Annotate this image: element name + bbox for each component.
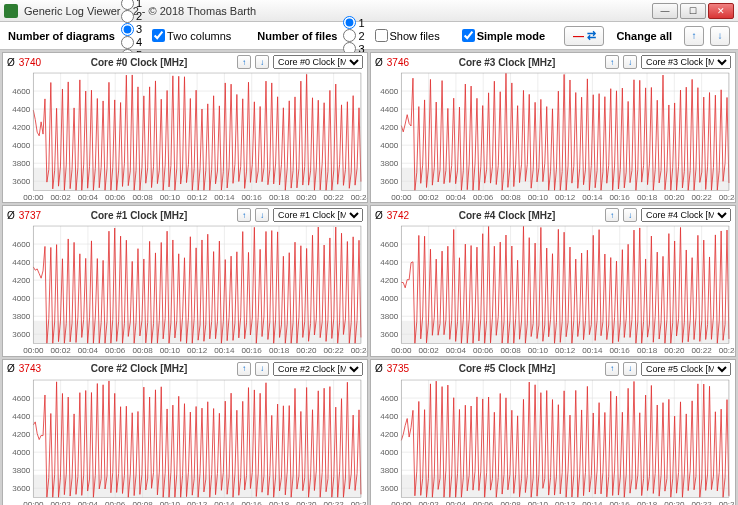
svg-text:3600: 3600 — [12, 484, 30, 493]
svg-text:00:10: 00:10 — [528, 347, 549, 356]
diagrams-radio-1[interactable]: 1 — [121, 0, 142, 10]
svg-text:00:22: 00:22 — [324, 500, 345, 505]
change-all-label: Change all — [616, 30, 672, 42]
chart-series-selector[interactable]: Core #1 Clock [MHz] — [273, 208, 363, 222]
svg-text:00:08: 00:08 — [132, 500, 153, 505]
svg-text:00:14: 00:14 — [582, 500, 603, 505]
app-icon — [4, 4, 18, 18]
svg-text:4200: 4200 — [380, 430, 398, 439]
chart-up-button[interactable]: ↑ — [237, 362, 251, 376]
chart-up-button[interactable]: ↑ — [605, 208, 619, 222]
chart-up-button[interactable]: ↑ — [237, 55, 251, 69]
chart-panel-5: Ø3735Core #5 Clock [MHz]↑↓Core #5 Clock … — [370, 359, 736, 505]
svg-text:00:12: 00:12 — [187, 347, 208, 356]
svg-text:00:24: 00:24 — [719, 347, 735, 356]
files-radio-1[interactable]: 1 — [343, 16, 364, 29]
svg-text:4600: 4600 — [12, 87, 30, 96]
chart-avg-value: 3740 — [19, 57, 41, 68]
chart-series-selector[interactable]: Core #4 Clock [MHz] — [641, 208, 731, 222]
svg-text:00:10: 00:10 — [528, 500, 549, 505]
svg-text:00:08: 00:08 — [500, 347, 521, 356]
svg-text:00:06: 00:06 — [105, 193, 126, 202]
svg-text:4400: 4400 — [380, 259, 398, 268]
window-titlebar: Generic Log Viewer 3.2 - © 2018 Thomas B… — [0, 0, 738, 22]
chart-plot-area: 36003800400042004400460000:0000:0200:040… — [3, 224, 367, 355]
svg-text:3800: 3800 — [12, 466, 30, 475]
chart-title: Core #4 Clock [MHz] — [413, 210, 601, 221]
svg-text:00:00: 00:00 — [23, 500, 44, 505]
chart-plot-area: 36003800400042004400460000:0000:0200:040… — [371, 71, 735, 202]
svg-text:00:24: 00:24 — [351, 500, 367, 505]
svg-text:4000: 4000 — [380, 448, 398, 457]
svg-text:00:02: 00:02 — [419, 500, 440, 505]
chart-panel-2: Ø3737Core #1 Clock [MHz]↑↓Core #1 Clock … — [2, 205, 368, 356]
svg-text:3600: 3600 — [380, 331, 398, 340]
svg-text:00:08: 00:08 — [500, 500, 521, 505]
chart-title: Core #3 Clock [MHz] — [413, 57, 601, 68]
window-minimize-button[interactable]: — — [652, 3, 678, 19]
svg-text:4200: 4200 — [380, 277, 398, 286]
svg-text:00:20: 00:20 — [664, 347, 685, 356]
chart-down-button[interactable]: ↓ — [623, 208, 637, 222]
diagrams-radio-3[interactable]: 3 — [121, 23, 142, 36]
toolbar: Number of diagrams 1 2 3 4 5 6 Two colum… — [0, 22, 738, 50]
chart-down-button[interactable]: ↓ — [255, 55, 269, 69]
chart-down-button[interactable]: ↓ — [623, 55, 637, 69]
svg-text:4000: 4000 — [12, 448, 30, 457]
chart-panel-1: Ø3746Core #3 Clock [MHz]↑↓Core #3 Clock … — [370, 52, 736, 203]
svg-text:00:02: 00:02 — [419, 193, 440, 202]
chart-plot-area: 36003800400042004400460000:0000:0200:040… — [371, 378, 735, 505]
svg-text:00:00: 00:00 — [391, 500, 412, 505]
svg-text:00:06: 00:06 — [473, 193, 494, 202]
svg-text:3800: 3800 — [380, 466, 398, 475]
svg-text:00:16: 00:16 — [610, 347, 631, 356]
chart-avg-symbol: Ø — [375, 363, 383, 374]
files-radio-2[interactable]: 2 — [343, 29, 364, 42]
svg-text:00:04: 00:04 — [78, 500, 99, 505]
chart-up-button[interactable]: ↑ — [605, 55, 619, 69]
chart-series-selector[interactable]: Core #2 Clock [MHz] — [273, 362, 363, 376]
global-down-button[interactable]: ↓ — [710, 26, 730, 46]
chart-series-selector[interactable]: Core #0 Clock [MHz] — [273, 55, 363, 69]
svg-text:3600: 3600 — [12, 177, 30, 186]
svg-text:4000: 4000 — [12, 141, 30, 150]
chart-title: Core #1 Clock [MHz] — [45, 210, 233, 221]
show-files-checkbox[interactable]: Show files — [375, 29, 440, 42]
chart-panel-4: Ø3743Core #2 Clock [MHz]↑↓Core #2 Clock … — [2, 359, 368, 505]
svg-text:00:04: 00:04 — [78, 347, 99, 356]
svg-text:4600: 4600 — [380, 87, 398, 96]
chart-down-button[interactable]: ↓ — [255, 362, 269, 376]
svg-text:3600: 3600 — [12, 331, 30, 340]
diagrams-radio-4[interactable]: 4 — [121, 36, 142, 49]
diagrams-radio-2[interactable]: 2 — [121, 10, 142, 23]
svg-text:00:22: 00:22 — [692, 347, 713, 356]
svg-text:00:22: 00:22 — [324, 193, 345, 202]
svg-text:00:24: 00:24 — [719, 500, 735, 505]
svg-text:4400: 4400 — [12, 412, 30, 421]
svg-text:00:20: 00:20 — [296, 193, 317, 202]
swap-colors-button[interactable]: —⇄ — [564, 26, 604, 46]
two-columns-checkbox[interactable]: Two columns — [152, 29, 231, 42]
window-maximize-button[interactable]: ☐ — [680, 3, 706, 19]
chart-series-selector[interactable]: Core #3 Clock [MHz] — [641, 55, 731, 69]
svg-text:00:22: 00:22 — [692, 193, 713, 202]
svg-text:4600: 4600 — [380, 241, 398, 250]
svg-text:3800: 3800 — [12, 159, 30, 168]
chart-down-button[interactable]: ↓ — [623, 362, 637, 376]
chart-series-selector[interactable]: Core #5 Clock [MHz] — [641, 362, 731, 376]
svg-text:00:00: 00:00 — [23, 193, 44, 202]
chart-avg-symbol: Ø — [7, 363, 15, 374]
chart-title: Core #2 Clock [MHz] — [45, 363, 233, 374]
chart-avg-symbol: Ø — [7, 57, 15, 68]
svg-text:00:14: 00:14 — [214, 193, 235, 202]
chart-down-button[interactable]: ↓ — [255, 208, 269, 222]
window-close-button[interactable]: ✕ — [708, 3, 734, 19]
svg-text:00:10: 00:10 — [160, 347, 181, 356]
svg-text:00:12: 00:12 — [555, 500, 576, 505]
chart-up-button[interactable]: ↑ — [237, 208, 251, 222]
svg-text:4400: 4400 — [380, 412, 398, 421]
chart-up-button[interactable]: ↑ — [605, 362, 619, 376]
simple-mode-checkbox[interactable]: Simple mode — [462, 29, 545, 42]
global-up-button[interactable]: ↑ — [684, 26, 704, 46]
svg-text:00:04: 00:04 — [446, 500, 467, 505]
